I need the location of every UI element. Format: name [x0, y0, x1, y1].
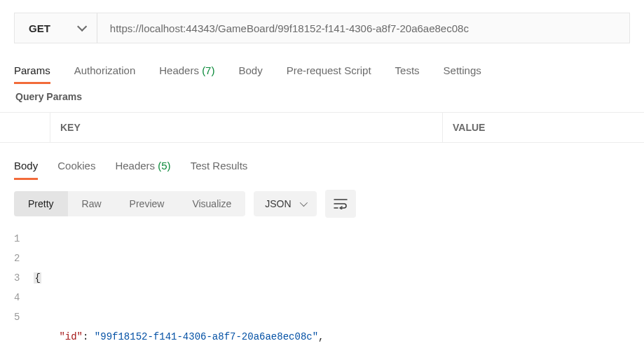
code-content: { "id": "99f18152-f141-4306-a8f7-20a6ae8…	[34, 229, 324, 362]
response-tab-headers[interactable]: Headers (5)	[115, 155, 170, 179]
wrap-lines-icon	[334, 198, 348, 209]
tab-headers-label: Headers	[159, 64, 199, 76]
request-url-input[interactable]: https://localhost:44343/GameBoard/99f181…	[97, 13, 629, 43]
http-method-select[interactable]: GET	[15, 13, 97, 43]
chevron-down-icon	[77, 22, 87, 32]
colon: :	[83, 331, 95, 342]
wrap-lines-button[interactable]	[325, 190, 356, 218]
view-mode-raw[interactable]: Raw	[68, 191, 116, 216]
view-mode-pretty[interactable]: Pretty	[14, 191, 68, 216]
response-tab-headers-label: Headers	[115, 160, 155, 172]
view-mode-group: Pretty Raw Preview Visualize	[14, 191, 245, 216]
line-gutter: 1 2 3 4 5	[14, 229, 34, 362]
tab-tests[interactable]: Tests	[395, 59, 420, 82]
request-url-text: https://localhost:44343/GameBoard/99f181…	[110, 22, 469, 34]
json-key: "id"	[59, 331, 83, 342]
line-number: 4	[14, 288, 20, 307]
http-method-label: GET	[29, 22, 50, 34]
response-format-label: JSON	[265, 198, 291, 209]
column-value-header: VALUE	[443, 113, 644, 142]
chevron-down-icon	[299, 199, 307, 207]
tab-prerequest[interactable]: Pre-request Script	[287, 59, 371, 82]
column-key-header: KEY	[50, 113, 443, 142]
column-value-label: VALUE	[453, 122, 485, 133]
line-number: 3	[14, 268, 20, 288]
response-tab-body[interactable]: Body	[14, 155, 38, 179]
tab-headers[interactable]: Headers (7)	[159, 59, 214, 82]
tab-body[interactable]: Body	[238, 59, 262, 82]
brace-open: {	[34, 272, 41, 284]
query-params-title: Query Params	[0, 84, 644, 112]
line-number: 1	[14, 229, 20, 249]
view-mode-preview[interactable]: Preview	[116, 191, 179, 216]
response-tab-cookies[interactable]: Cookies	[57, 155, 95, 179]
tab-headers-count: (7)	[202, 64, 214, 76]
column-checkbox	[0, 113, 50, 142]
column-key-label: KEY	[60, 122, 81, 133]
query-params-header: KEY VALUE	[0, 112, 644, 143]
tab-authorization[interactable]: Authorization	[74, 59, 136, 82]
line-number: 5	[14, 307, 20, 327]
response-tab-testresults[interactable]: Test Results	[191, 155, 248, 179]
comma: ,	[318, 331, 324, 342]
response-view-toolbar: Pretty Raw Preview Visualize JSON	[0, 179, 644, 226]
response-tab-headers-count: (5)	[158, 160, 170, 172]
line-number: 2	[14, 249, 20, 268]
response-body-code[interactable]: 1 2 3 4 5 { "id": "99f18152-f141-4306-a8…	[0, 226, 644, 362]
tab-settings[interactable]: Settings	[444, 59, 481, 82]
json-string: "99f18152-f141-4306-a8f7-20a6ae8ec08c"	[95, 331, 318, 342]
response-tabs: Body Cookies Headers (5) Test Results	[0, 143, 644, 179]
request-bar: GET https://localhost:44343/GameBoard/99…	[14, 13, 630, 43]
tab-params[interactable]: Params	[14, 59, 50, 82]
request-tabs: Params Authorization Headers (7) Body Pr…	[0, 56, 644, 84]
view-mode-visualize[interactable]: Visualize	[178, 191, 245, 216]
response-format-select[interactable]: JSON	[254, 191, 316, 216]
